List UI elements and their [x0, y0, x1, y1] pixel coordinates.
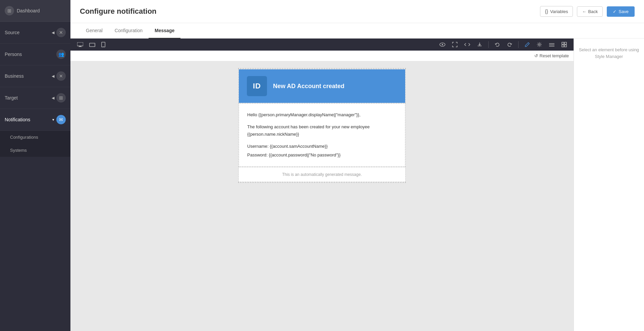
email-body-line1: Hello {{person.primaryManager.displayNam…: [247, 111, 397, 119]
tabs-nav: General Configuration Message: [70, 23, 644, 39]
main-content: Configure notification {} Variables ← Ba…: [70, 0, 644, 331]
sidebar-item-source[interactable]: Source ◀ ✕: [0, 22, 70, 44]
redo-button[interactable]: [505, 41, 514, 49]
save-check-icon: ✓: [613, 9, 616, 14]
sidebar-label-dashboard: Dashboard: [17, 8, 40, 13]
svg-rect-13: [565, 45, 567, 47]
sidebar-sub-menu: Configurations Systems: [0, 131, 70, 157]
email-footer-row: This is an automatically generated messa…: [238, 167, 406, 182]
svg-point-8: [442, 44, 443, 45]
tab-configuration[interactable]: Configuration: [109, 23, 149, 39]
header-actions: {} Variables ← Back ✓ Save: [540, 6, 635, 17]
source-chevron-icon: ◀: [52, 30, 54, 35]
sidebar-sub-systems[interactable]: Systems: [0, 144, 70, 157]
back-arrow-icon: ←: [582, 9, 586, 14]
desktop-view-button[interactable]: [75, 41, 85, 48]
pencil-tool-button[interactable]: [523, 41, 532, 49]
undo-button[interactable]: [493, 41, 502, 49]
download-icon: [477, 42, 482, 47]
sidebar-label-target: Target: [5, 95, 18, 101]
tab-general[interactable]: General: [80, 23, 109, 39]
email-preview: ID New AD Account created Hello {{person…: [238, 69, 406, 182]
target-action-icon[interactable]: ⊞: [56, 93, 66, 103]
layers-icon: [549, 42, 555, 47]
sidebar-label-notifications: Notifications: [5, 117, 30, 122]
code-view-button[interactable]: [462, 41, 472, 48]
reset-icon: ↺: [534, 53, 538, 58]
toolbar-view-controls: [75, 41, 107, 49]
grid-icon: [561, 42, 567, 47]
tablet-landscape-view-button[interactable]: [87, 41, 97, 48]
eye-icon: [439, 43, 445, 47]
pencil-icon: [525, 42, 530, 47]
desktop-icon: [77, 42, 83, 47]
email-footer: This is an automatically generated messa…: [239, 167, 405, 182]
notifications-action-icon[interactable]: ✉: [56, 115, 66, 124]
email-header-block: ID New AD Account created: [239, 69, 405, 103]
svg-rect-12: [562, 45, 564, 47]
fullscreen-button[interactable]: [450, 41, 460, 49]
sidebar: ⊞ Dashboard Source ◀ ✕ Persons 👥 Busines…: [0, 0, 70, 331]
svg-rect-0: [77, 42, 83, 46]
toolbar-tool-controls: [437, 41, 569, 49]
sidebar-item-target[interactable]: Target ◀ ⊞: [0, 87, 70, 109]
fullscreen-icon: [452, 42, 458, 47]
email-body: Hello {{person.primaryManager.displayNam…: [239, 104, 405, 167]
tablet-portrait-view-button[interactable]: [99, 41, 107, 49]
sidebar-item-dashboard[interactable]: ⊞ Dashboard: [0, 0, 70, 22]
source-action-icon[interactable]: ✕: [56, 28, 66, 37]
save-button[interactable]: ✓ Save: [607, 6, 635, 17]
svg-rect-3: [90, 43, 95, 47]
email-body-line2: The following account has been created f…: [247, 123, 397, 138]
svg-rect-11: [565, 42, 567, 44]
grid-button[interactable]: [559, 41, 569, 49]
redo-icon: [507, 42, 512, 47]
svg-point-9: [539, 44, 540, 46]
menu-layers-button[interactable]: [547, 41, 557, 48]
email-preview-wrapper: ID New AD Account created Hello {{person…: [70, 61, 574, 190]
sidebar-label-business: Business: [5, 73, 24, 79]
svg-point-6: [103, 46, 103, 47]
business-action-icon[interactable]: ✕: [56, 71, 66, 81]
editor-area: ↺ Reset template ID New AD Account creat…: [70, 39, 574, 331]
sidebar-sub-configurations[interactable]: Configurations: [0, 131, 70, 144]
variables-button[interactable]: {} Variables: [540, 6, 573, 17]
tablet-landscape-icon: [89, 42, 95, 47]
sidebar-label-persons: Persons: [5, 52, 22, 57]
business-chevron-icon: ◀: [52, 74, 54, 78]
page-header: Configure notification {} Variables ← Ba…: [70, 0, 644, 23]
svg-rect-10: [562, 42, 564, 44]
gear-icon: [537, 42, 542, 47]
target-chevron-icon: ◀: [52, 96, 54, 100]
code-icon: [464, 42, 470, 47]
tablet-portrait-icon: [101, 42, 105, 47]
download-button[interactable]: [475, 41, 484, 49]
persons-action-icon[interactable]: 👥: [56, 50, 66, 59]
email-body-line3: Username: {{account.samAccountName}}: [247, 143, 397, 150]
content-area: ↺ Reset template ID New AD Account creat…: [70, 39, 644, 331]
settings-button[interactable]: [535, 41, 544, 49]
email-id-badge: ID: [247, 76, 267, 96]
tab-message[interactable]: Message: [149, 23, 180, 39]
sidebar-item-business[interactable]: Business ◀ ✕: [0, 65, 70, 87]
svg-rect-2: [78, 47, 82, 47]
email-header-title: New AD Account created: [273, 83, 344, 90]
undo-icon: [495, 42, 500, 47]
page-title: Configure notification: [80, 7, 157, 16]
sidebar-item-persons[interactable]: Persons 👥: [0, 44, 70, 65]
email-header-row: ID New AD Account created: [238, 69, 406, 103]
svg-rect-1: [79, 46, 81, 47]
email-body-line4: Password: {{account.password||"No passwo…: [247, 151, 397, 159]
sidebar-item-notifications[interactable]: Notifications ▾ ✉: [0, 109, 70, 131]
reset-bar: ↺ Reset template: [70, 51, 574, 61]
editor-toolbar: [70, 39, 574, 51]
toggle-visibility-button[interactable]: [437, 41, 447, 48]
back-button[interactable]: ← Back: [577, 6, 603, 17]
style-manager-panel: Select an element before using Style Man…: [574, 39, 644, 331]
reset-template-button[interactable]: ↺ Reset template: [534, 53, 569, 58]
style-manager-placeholder: Select an element before using Style Man…: [579, 47, 639, 60]
variables-icon: {}: [545, 9, 548, 14]
notifications-chevron-icon: ▾: [52, 118, 54, 122]
dashboard-icon: ⊞: [5, 6, 14, 15]
email-outer-row-bottom: [238, 182, 406, 183]
